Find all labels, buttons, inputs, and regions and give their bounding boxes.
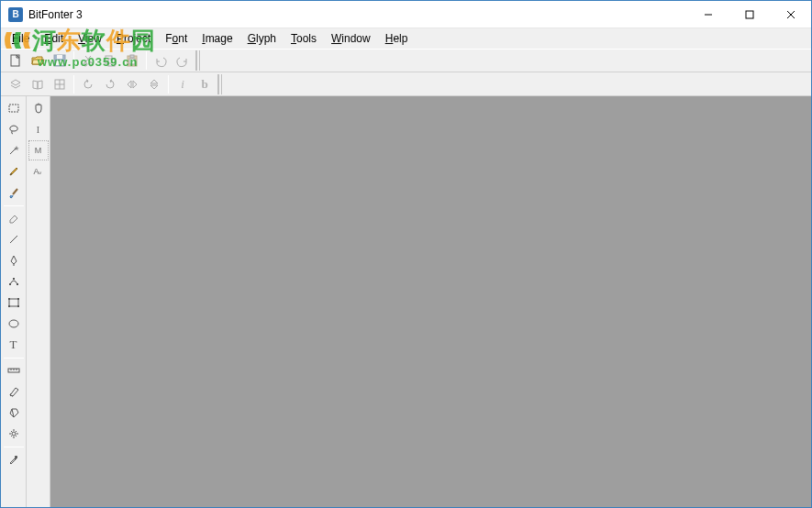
eyedropper-tool[interactable]: [3, 449, 25, 469]
brush-tool[interactable]: [3, 182, 25, 203]
smudge-tool[interactable]: [3, 403, 25, 423]
maximize-button[interactable]: [729, 1, 770, 28]
new-button[interactable]: [5, 50, 27, 71]
svg-point-39: [12, 432, 16, 436]
rounded-rect-tool[interactable]: [3, 314, 25, 334]
toolbar-separator: [73, 51, 74, 70]
menubar: File Edit View Project Font Image Glyph …: [1, 28, 811, 49]
menu-glyph[interactable]: Glyph: [240, 30, 284, 47]
menu-image[interactable]: Image: [195, 30, 239, 47]
minimize-button[interactable]: [687, 1, 729, 28]
paste-button[interactable]: [121, 50, 143, 71]
copy-button[interactable]: [99, 50, 121, 71]
eraser-tool[interactable]: [3, 208, 25, 228]
menu-file[interactable]: File: [5, 30, 37, 47]
svg-line-46: [16, 431, 17, 432]
gradient-tool[interactable]: [3, 381, 25, 402]
text-tool[interactable]: T: [3, 335, 25, 355]
book-button[interactable]: [27, 74, 49, 94]
svg-rect-6: [57, 55, 62, 59]
toolbox-separator: [4, 358, 24, 359]
svg-line-45: [16, 436, 17, 436]
type-tool[interactable]: I: [28, 119, 49, 139]
pencil-tool[interactable]: [3, 161, 25, 182]
toolbar-grip[interactable]: [217, 74, 223, 94]
menu-tools[interactable]: Tools: [284, 30, 324, 47]
flip-h-button[interactable]: [121, 74, 143, 94]
rotate-cw-button[interactable]: [99, 74, 121, 94]
bold-button[interactable]: b: [194, 74, 216, 94]
toolbar-grip[interactable]: [195, 50, 201, 71]
menu-view[interactable]: View: [71, 30, 109, 47]
app-icon: B: [8, 7, 23, 22]
info-button[interactable]: i: [172, 74, 194, 94]
cut-button[interactable]: [77, 50, 99, 71]
toolbox-secondary: I M Aᵥ: [27, 96, 50, 507]
measure-tool[interactable]: [3, 360, 25, 381]
lasso-tool[interactable]: [3, 119, 25, 139]
node-edit-tool[interactable]: [3, 271, 25, 292]
shape-tool[interactable]: [3, 293, 25, 313]
svg-point-8: [83, 62, 87, 66]
toolbar-separator: [168, 75, 169, 94]
svg-rect-7: [56, 61, 63, 65]
svg-rect-26: [17, 283, 18, 285]
menu-window[interactable]: Window: [324, 30, 378, 47]
toolbox-separator: [4, 205, 24, 206]
redo-button[interactable]: [172, 50, 194, 71]
close-button[interactable]: [770, 1, 811, 28]
toolbar-secondary: i b: [1, 72, 811, 96]
svg-point-33: [9, 320, 18, 327]
layers-button[interactable]: [5, 74, 27, 94]
svg-line-47: [11, 436, 12, 436]
toolbox-separator: [4, 447, 24, 447]
svg-line-49: [16, 458, 17, 459]
svg-rect-15: [130, 55, 134, 58]
line-tool[interactable]: [3, 229, 25, 249]
metrics-tool[interactable]: M: [28, 140, 49, 160]
menu-help[interactable]: Help: [378, 30, 416, 47]
toolbar-main: [1, 49, 811, 72]
svg-line-21: [10, 148, 17, 154]
menu-project[interactable]: Project: [109, 30, 158, 47]
toolbar-separator: [146, 51, 147, 70]
window-controls: [687, 1, 811, 28]
svg-rect-25: [9, 283, 11, 285]
svg-rect-20: [9, 105, 18, 112]
svg-rect-29: [8, 298, 10, 300]
svg-rect-48: [15, 456, 17, 458]
workspace: T I M Aᵥ: [1, 96, 811, 507]
pen-tool[interactable]: [3, 250, 25, 271]
menu-font[interactable]: Font: [158, 30, 195, 47]
svg-point-9: [89, 62, 93, 66]
menu-edit[interactable]: Edit: [37, 30, 71, 47]
grid-button[interactable]: [49, 74, 71, 94]
svg-line-22: [13, 189, 17, 194]
hand-tool[interactable]: [28, 98, 49, 118]
fx-tool[interactable]: [3, 424, 25, 444]
toolbar-separator: [73, 75, 74, 94]
open-button[interactable]: [27, 50, 49, 71]
svg-rect-30: [17, 298, 19, 300]
canvas-area[interactable]: [50, 96, 811, 507]
flip-v-button[interactable]: [143, 74, 165, 94]
svg-rect-27: [13, 278, 15, 280]
undo-button[interactable]: [150, 50, 172, 71]
select-rect-tool[interactable]: [3, 98, 25, 118]
svg-rect-1: [746, 11, 753, 18]
save-button[interactable]: [49, 50, 71, 71]
titlebar: B BitFonter 3: [1, 1, 811, 28]
svg-rect-28: [9, 299, 18, 306]
toolbox-left: T: [1, 96, 27, 507]
window-title: BitFonter 3: [28, 8, 83, 21]
svg-line-23: [10, 236, 17, 243]
svg-line-44: [11, 431, 12, 432]
svg-rect-32: [17, 305, 19, 307]
rotate-ccw-button[interactable]: [77, 74, 99, 94]
magic-wand-tool[interactable]: [3, 140, 25, 160]
svg-rect-16: [129, 59, 135, 64]
svg-rect-31: [8, 305, 10, 307]
kerning-tool[interactable]: Aᵥ: [28, 161, 49, 182]
